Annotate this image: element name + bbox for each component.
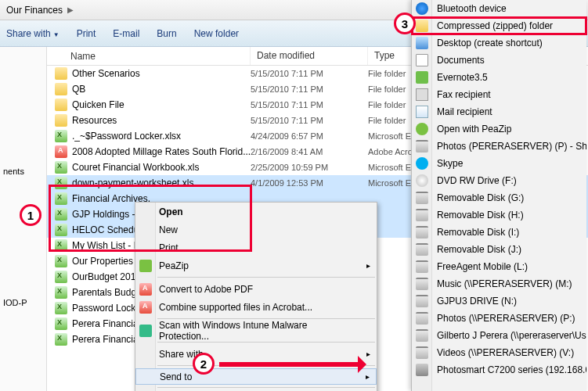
file-icon (55, 161, 67, 174)
burn-button[interactable]: Burn (157, 28, 176, 39)
fax-icon (416, 88, 428, 101)
send-to-label: Open with PeaZip (437, 124, 511, 135)
send-to-item[interactable]: Skype (412, 155, 586, 172)
send-to-item[interactable]: Removable Disk (J:) (412, 241, 586, 258)
send-to-label: Skype (437, 158, 463, 169)
new-folder-button[interactable]: New folder (194, 28, 239, 39)
send-to-item[interactable]: Desktop (create shortcut) (412, 34, 586, 52)
file-icon (55, 239, 67, 252)
send-to-item[interactable]: GJPU3 DRIVE (N:) (412, 292, 586, 310)
breadcrumb-folder[interactable]: Our Finances (6, 5, 63, 16)
send-to-label: Removable Disk (J:) (437, 244, 521, 255)
drive-icon (416, 209, 428, 221)
send-to-item[interactable]: Documents (412, 52, 586, 69)
file-icon (55, 145, 67, 158)
send-to-item[interactable]: Removable Disk (H:) (412, 206, 586, 224)
drive-icon (416, 278, 428, 290)
printer-icon (416, 364, 428, 376)
send-to-item[interactable]: Photos (PERERASERVER) (P) - Shortc (412, 138, 586, 155)
ctx-share-with[interactable]: Share with (135, 345, 377, 363)
file-icon (55, 83, 67, 95)
file-icon (55, 67, 67, 80)
drive-icon (416, 295, 428, 307)
file-icon (55, 286, 67, 299)
send-to-item[interactable]: FreeAgent Mobile (L:) (412, 258, 586, 275)
peazip-icon (139, 260, 152, 272)
drive-icon (416, 346, 428, 359)
col-date[interactable]: Date modified (251, 47, 368, 65)
send-to-item[interactable]: Fax recipient (412, 86, 586, 103)
ev-icon (416, 71, 428, 84)
ctx-send-to[interactable]: Send to (135, 368, 377, 385)
send-to-item[interactable]: Bluetooth device (412, 0, 586, 17)
ctx-print[interactable]: Print (135, 239, 377, 256)
file-icon (55, 317, 67, 330)
send-to-label: Bluetooth device (437, 3, 507, 14)
send-to-label: Documents (437, 55, 485, 66)
print-button[interactable]: Print (77, 28, 96, 39)
disc-icon (416, 174, 428, 187)
send-to-item[interactable]: Compressed (zipped) folder (412, 17, 586, 34)
send-to-item[interactable]: DVD RW Drive (F:) (412, 172, 586, 189)
drive-icon (416, 260, 428, 273)
email-button[interactable]: E-mail (113, 28, 139, 39)
file-icon (55, 99, 67, 111)
send-to-item[interactable]: Videos (\\PERERASERVER) (V:) (412, 344, 586, 361)
send-to-label: Gilberto J Perera (\\pereraserver\Use (437, 330, 586, 341)
file-date: 5/15/2010 7:11 PM (251, 69, 368, 78)
ctx-scan[interactable]: Scan with Windows Intune Malware Protect… (135, 321, 377, 339)
send-to-item[interactable]: Music (\\PERERASERVER) (M:) (412, 275, 586, 292)
file-date: 5/15/2010 7:11 PM (251, 84, 368, 94)
send-to-label: Removable Disk (H:) (437, 210, 524, 221)
send-to-item[interactable]: Photosmart C7200 series (192.168.0.2 (412, 361, 586, 378)
send-to-item[interactable]: Evernote3.5 (412, 69, 586, 86)
context-menu: Open New Print PeaZip Convert to Adobe P… (135, 202, 377, 391)
drive-icon (416, 243, 428, 256)
send-to-item[interactable]: Removable Disk (G:) (412, 189, 586, 206)
send-to-label: Evernote3.5 (437, 72, 488, 83)
send-to-item[interactable]: Open with PeaZip (412, 120, 586, 138)
ctx-combine-acrobat[interactable]: Combine supported files in Acrobat... (135, 298, 377, 316)
file-name: Quicken File (72, 99, 124, 110)
doc-icon (416, 54, 428, 66)
nav-pane[interactable]: nents IOD-P (0, 47, 47, 391)
file-date: 2/25/2009 10:59 PM (251, 163, 368, 172)
send-to-label: Mail recipient (437, 106, 492, 117)
pdf-icon (139, 301, 152, 314)
send-to-item[interactable]: Removable Disk (I:) (412, 224, 586, 241)
pea-icon (416, 123, 428, 135)
ctx-convert-pdf[interactable]: Convert to Adobe PDF (135, 280, 377, 298)
file-icon (55, 333, 67, 346)
share-with-button[interactable]: Share with▼ (6, 28, 60, 39)
col-name[interactable]: Name (47, 47, 251, 65)
send-to-label: GJPU3 DRIVE (N:) (437, 296, 517, 307)
file-name: QB (72, 84, 85, 95)
ctx-open[interactable]: Open (135, 203, 377, 221)
desk-icon (416, 37, 428, 49)
file-date: 5/15/2010 7:11 PM (251, 116, 368, 125)
file-icon (55, 224, 67, 236)
skype-icon (416, 157, 428, 170)
file-name: 2008 Adopted Millage Rates South Florid.… (72, 146, 251, 157)
ctx-peazip[interactable]: PeaZip (135, 256, 377, 274)
send-to-label: Removable Disk (G:) (437, 192, 524, 203)
file-icon (55, 255, 67, 267)
send-to-item[interactable]: Photos (\\PERERASERVER) (P:) (412, 310, 586, 327)
file-date: 2/16/2009 8:41 AM (251, 147, 368, 156)
file-icon (55, 192, 67, 205)
send-to-label: Photos (PERERASERVER) (P) - Shortc (437, 141, 586, 152)
send-to-label: DVD RW Drive (F:) (437, 175, 517, 186)
nav-item[interactable]: nents (0, 164, 46, 178)
chevron-right-icon[interactable]: ▶ (67, 5, 74, 14)
ctx-new[interactable]: New (135, 221, 377, 239)
file-icon (55, 208, 67, 221)
nav-item[interactable]: IOD-P (0, 296, 46, 310)
send-to-item[interactable]: Gilberto J Perera (\\pereraserver\Use (412, 327, 586, 344)
drive-icon (416, 140, 428, 152)
send-to-label: FreeAgent Mobile (L:) (437, 261, 528, 272)
send-to-label: Fax recipient (437, 89, 491, 100)
send-to-menu: Bluetooth deviceCompressed (zipped) fold… (411, 0, 586, 391)
send-to-item[interactable]: Mail recipient (412, 103, 586, 120)
file-name: Couret Financial Workbook.xls (72, 162, 200, 173)
shield-icon (139, 325, 152, 337)
